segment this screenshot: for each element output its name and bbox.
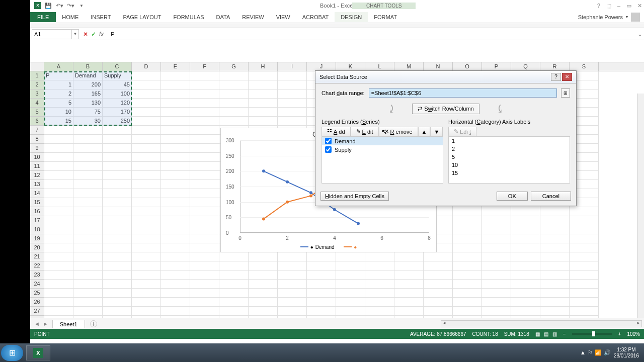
cell[interactable] xyxy=(219,99,249,108)
edit-series-button[interactable]: ✎Edit xyxy=(351,127,379,136)
cell[interactable] xyxy=(219,80,249,89)
row-header[interactable]: 28 xyxy=(30,316,44,318)
cell[interactable] xyxy=(424,252,453,261)
cell[interactable] xyxy=(453,289,482,298)
cell[interactable] xyxy=(73,252,103,261)
cell[interactable] xyxy=(103,216,132,225)
series-checkbox[interactable] xyxy=(325,146,332,153)
cell[interactable] xyxy=(132,80,161,89)
cell[interactable]: Demand xyxy=(73,71,103,80)
cell[interactable] xyxy=(73,316,103,318)
cell[interactable] xyxy=(44,280,73,289)
cell[interactable] xyxy=(161,99,190,108)
maximize-icon[interactable]: ▭ xyxy=(626,3,631,9)
list-item[interactable]: 5 xyxy=(449,153,570,161)
cell[interactable] xyxy=(161,89,190,99)
cell[interactable] xyxy=(336,261,365,270)
cell[interactable] xyxy=(482,234,511,243)
cell[interactable] xyxy=(73,198,103,207)
cell[interactable] xyxy=(190,225,219,234)
cell[interactable] xyxy=(73,225,103,234)
cell[interactable] xyxy=(161,126,190,135)
cell[interactable] xyxy=(219,280,249,289)
cell[interactable]: 200 xyxy=(73,80,103,89)
cell[interactable] xyxy=(161,307,190,316)
save-icon[interactable]: 💾 xyxy=(44,2,52,10)
column-header[interactable]: P xyxy=(482,62,511,71)
cell[interactable] xyxy=(249,298,278,307)
cell[interactable] xyxy=(44,298,73,307)
cell[interactable] xyxy=(570,252,599,261)
tab-design[interactable]: DESIGN xyxy=(335,12,368,22)
cell[interactable] xyxy=(132,225,161,234)
cell[interactable] xyxy=(132,126,161,135)
cell[interactable] xyxy=(190,135,219,144)
cell[interactable]: 2 xyxy=(44,89,73,99)
cell[interactable] xyxy=(190,126,219,135)
cell[interactable] xyxy=(132,153,161,162)
row-header[interactable]: 7 xyxy=(30,126,44,135)
cell[interactable] xyxy=(540,289,570,298)
cell[interactable] xyxy=(540,225,570,234)
cell[interactable] xyxy=(190,189,219,198)
cell[interactable] xyxy=(190,261,219,270)
chart-legend[interactable]: ●Demand ● xyxy=(221,233,436,250)
tab-page-layout[interactable]: PAGE LAYOUT xyxy=(117,12,167,22)
cell[interactable] xyxy=(161,153,190,162)
cell[interactable] xyxy=(161,171,190,180)
horizontal-scrollbar[interactable] xyxy=(441,320,642,327)
cell[interactable] xyxy=(540,307,570,316)
cell[interactable] xyxy=(219,89,249,99)
cell[interactable] xyxy=(570,307,599,316)
cell[interactable] xyxy=(249,117,278,126)
row-header[interactable]: 17 xyxy=(30,216,44,225)
cell[interactable] xyxy=(249,80,278,89)
fx-icon[interactable]: fx xyxy=(99,31,104,38)
cell[interactable] xyxy=(190,207,219,216)
list-item[interactable]: 10 xyxy=(449,161,570,169)
cell[interactable] xyxy=(511,289,540,298)
cell[interactable] xyxy=(249,289,278,298)
zoom-level[interactable]: 100% xyxy=(627,331,640,337)
add-series-button[interactable]: ☷Add xyxy=(321,127,351,136)
cell[interactable] xyxy=(249,280,278,289)
cell[interactable] xyxy=(394,289,424,298)
column-header[interactable]: E xyxy=(161,62,190,71)
cell[interactable] xyxy=(453,280,482,289)
cell[interactable] xyxy=(336,307,365,316)
tab-view[interactable]: VIEW xyxy=(270,12,296,22)
column-header[interactable]: A xyxy=(44,62,73,71)
cell[interactable] xyxy=(249,252,278,261)
cell[interactable] xyxy=(365,316,394,318)
cell[interactable] xyxy=(307,307,336,316)
row-header[interactable]: 12 xyxy=(30,171,44,180)
cell[interactable] xyxy=(190,162,219,171)
cell[interactable] xyxy=(73,270,103,280)
cell[interactable] xyxy=(424,261,453,270)
cell[interactable] xyxy=(453,252,482,261)
cell[interactable] xyxy=(482,216,511,225)
cell[interactable]: 250 xyxy=(103,117,132,126)
cell[interactable] xyxy=(161,289,190,298)
cell[interactable] xyxy=(511,225,540,234)
cell[interactable] xyxy=(44,225,73,234)
cell[interactable] xyxy=(336,289,365,298)
cell[interactable] xyxy=(73,153,103,162)
cell[interactable] xyxy=(511,252,540,261)
cell[interactable] xyxy=(394,298,424,307)
cell[interactable] xyxy=(190,180,219,189)
cell[interactable] xyxy=(44,243,73,252)
cell[interactable] xyxy=(161,180,190,189)
cell[interactable] xyxy=(219,298,249,307)
cell[interactable] xyxy=(424,280,453,289)
cell[interactable] xyxy=(453,234,482,243)
cell[interactable] xyxy=(190,108,219,117)
cell[interactable] xyxy=(132,144,161,153)
cell[interactable] xyxy=(570,280,599,289)
cell[interactable] xyxy=(278,80,307,89)
row-header[interactable]: 20 xyxy=(30,243,44,252)
cell[interactable] xyxy=(511,270,540,280)
cell[interactable] xyxy=(219,117,249,126)
cell[interactable] xyxy=(424,298,453,307)
list-item[interactable]: 15 xyxy=(449,169,570,177)
